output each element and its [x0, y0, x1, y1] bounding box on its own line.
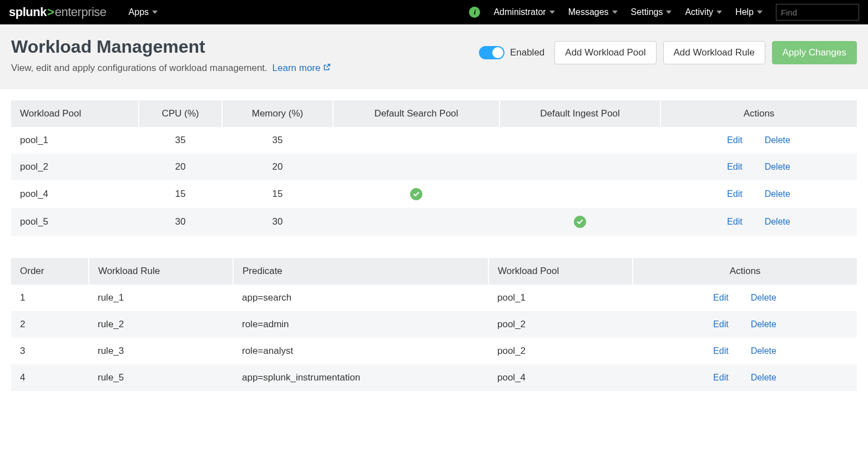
brand-splunk: splunk: [9, 5, 47, 19]
nav-apps[interactable]: Apps: [129, 7, 158, 17]
pool-name: pool_1: [11, 127, 139, 154]
rule-actions: EditDelete: [633, 311, 857, 338]
rules-th-rule[interactable]: Workload Rule: [89, 258, 233, 285]
header-actions: Enabled Add Workload Pool Add Workload R…: [479, 41, 857, 64]
pool-memory: 35: [222, 127, 333, 154]
rule-pool: pool_4: [488, 364, 633, 391]
rule-order: 4: [11, 364, 89, 391]
add-workload-rule-button[interactable]: Add Workload Rule: [663, 41, 765, 64]
add-workload-pool-button[interactable]: Add Workload Pool: [554, 41, 656, 64]
pools-th-actions[interactable]: Actions: [660, 100, 857, 127]
pool-name: pool_5: [11, 208, 139, 236]
rule-order: 2: [11, 311, 89, 338]
apply-changes-button[interactable]: Apply Changes: [772, 41, 857, 64]
edit-link[interactable]: Edit: [727, 135, 743, 145]
edit-link[interactable]: Edit: [727, 162, 743, 172]
rules-th-order[interactable]: Order: [11, 258, 89, 285]
nav-settings[interactable]: Settings: [631, 7, 672, 17]
subtitle-text: View, edit and apply configurations of w…: [11, 63, 268, 73]
rule-order: 1: [11, 285, 89, 311]
brand-logo[interactable]: splunk > enterprise: [9, 5, 107, 19]
rule-actions: EditDelete: [633, 285, 857, 311]
nav-activity[interactable]: Activity: [685, 7, 722, 17]
table-row: pool_13535EditDelete: [11, 127, 857, 154]
table-row: 2rule_2role=adminpool_2EditDelete: [11, 311, 857, 338]
rule-predicate: app=search: [233, 285, 488, 311]
enabled-toggle-wrap: Enabled: [479, 46, 544, 59]
rule-pool: pool_1: [488, 285, 633, 311]
pool-name: pool_2: [11, 154, 139, 180]
caret-down-icon: [666, 11, 672, 14]
content: Workload Pool CPU (%) Memory (%) Default…: [0, 89, 868, 424]
delete-link[interactable]: Delete: [765, 162, 790, 172]
pool-actions: EditDelete: [660, 127, 857, 154]
rules-th-predicate[interactable]: Predicate: [233, 258, 488, 285]
delete-link[interactable]: Delete: [751, 373, 776, 383]
rule-name: rule_2: [89, 311, 233, 338]
rule-name: rule_5: [89, 364, 233, 391]
pool-default-ingest: [499, 154, 660, 180]
pools-th-cpu[interactable]: CPU (%): [139, 100, 222, 127]
delete-link[interactable]: Delete: [765, 189, 790, 199]
caret-down-icon: [612, 11, 618, 14]
table-row: pool_22020EditDelete: [11, 154, 857, 180]
delete-link[interactable]: Delete: [765, 135, 790, 145]
search-input[interactable]: [781, 8, 868, 17]
rule-actions: EditDelete: [633, 364, 857, 391]
delete-link[interactable]: Delete: [751, 319, 776, 329]
edit-link[interactable]: Edit: [727, 189, 743, 199]
pool-default-search: [333, 208, 499, 236]
rules-table: Order Workload Rule Predicate Workload P…: [11, 258, 857, 391]
learn-more-label: Learn more: [272, 63, 321, 73]
rules-th-actions[interactable]: Actions: [633, 258, 857, 285]
pools-table: Workload Pool CPU (%) Memory (%) Default…: [11, 100, 857, 236]
pools-th-default-ingest[interactable]: Default Ingest Pool: [499, 100, 660, 127]
caret-down-icon: [757, 11, 763, 14]
pools-th-default-search[interactable]: Default Search Pool: [333, 100, 499, 127]
check-icon: [574, 216, 586, 228]
edit-link[interactable]: Edit: [713, 293, 729, 303]
pool-memory: 30: [222, 208, 333, 236]
pool-actions: EditDelete: [660, 208, 857, 236]
pool-cpu: 30: [139, 208, 222, 236]
nav-messages[interactable]: Messages: [568, 7, 618, 17]
pools-th-memory[interactable]: Memory (%): [222, 100, 333, 127]
page-header: Workload Management View, edit and apply…: [0, 24, 868, 89]
pool-default-ingest: [499, 127, 660, 154]
enabled-toggle-label: Enabled: [510, 47, 544, 58]
pool-default-search: [333, 180, 499, 208]
pool-cpu: 20: [139, 154, 222, 180]
search-box[interactable]: [776, 4, 859, 21]
caret-down-icon: [152, 11, 158, 14]
pool-memory: 20: [222, 154, 333, 180]
pool-name: pool_4: [11, 180, 139, 208]
pool-cpu: 35: [139, 127, 222, 154]
table-row: pool_53030EditDelete: [11, 208, 857, 236]
nav-administrator[interactable]: Administrator: [493, 7, 554, 17]
edit-link[interactable]: Edit: [713, 346, 729, 356]
pool-cpu: 15: [139, 180, 222, 208]
learn-more-link[interactable]: Learn more: [272, 63, 331, 73]
nav-messages-label: Messages: [568, 7, 609, 17]
delete-link[interactable]: Delete: [751, 293, 776, 303]
enabled-toggle[interactable]: [479, 46, 504, 59]
delete-link[interactable]: Delete: [765, 217, 790, 227]
rule-actions: EditDelete: [633, 338, 857, 364]
rule-predicate: app=splunk_instrumentation: [233, 364, 488, 391]
rule-order: 3: [11, 338, 89, 364]
table-row: 4rule_5app=splunk_instrumentationpool_4E…: [11, 364, 857, 391]
edit-link[interactable]: Edit: [713, 319, 729, 329]
delete-link[interactable]: Delete: [751, 346, 776, 356]
edit-link[interactable]: Edit: [727, 217, 743, 227]
rule-pool: pool_2: [488, 311, 633, 338]
pool-default-search: [333, 154, 499, 180]
pools-th-pool[interactable]: Workload Pool: [11, 100, 139, 127]
rules-th-pool[interactable]: Workload Pool: [488, 258, 633, 285]
page-subtitle: View, edit and apply configurations of w…: [11, 63, 331, 74]
edit-link[interactable]: Edit: [713, 373, 729, 383]
nav-settings-label: Settings: [631, 7, 663, 17]
nav-help[interactable]: Help: [735, 7, 763, 17]
rule-name: rule_3: [89, 338, 233, 364]
info-icon[interactable]: i: [469, 7, 480, 18]
table-row: pool_41515EditDelete: [11, 180, 857, 208]
